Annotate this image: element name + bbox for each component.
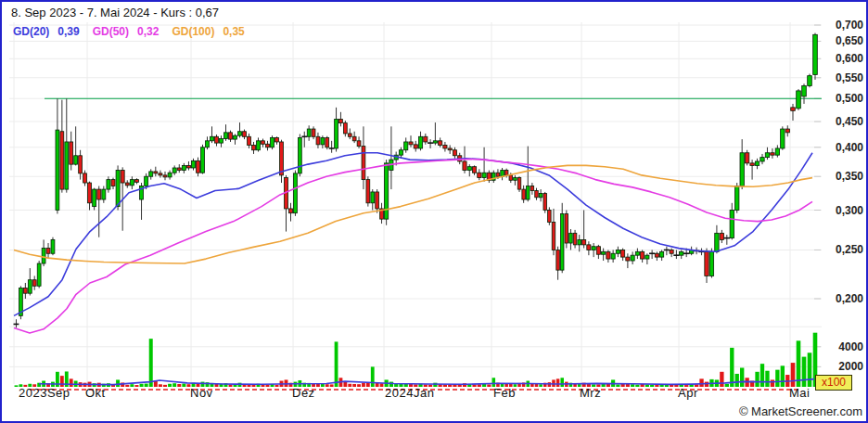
volume-bar [140,384,144,387]
volume-bar [130,384,134,387]
candle-body [750,163,754,166]
legend-item-gd100: GD(100) 0,35 [172,25,244,38]
volume-bar [134,385,138,387]
candle-body [527,186,530,199]
month-label: Okt [85,386,106,400]
legend-label: GD(20) [13,25,49,38]
candle-body [177,168,181,171]
candle-body [587,245,591,250]
candle-body [238,132,242,135]
month-label: Feb [493,386,516,400]
candle-body [424,136,428,142]
month-label: Apr [678,386,698,400]
volume-axis-label: 2000 [838,360,863,373]
candle-body [224,133,228,139]
candle-body [569,233,573,243]
chart-canvas[interactable] [2,2,866,421]
month-label: Mai [789,386,810,400]
volume-bar [149,339,153,387]
candle-body [116,171,120,207]
month-label: 2024Jan [385,386,434,400]
candle-body [509,175,513,180]
volume-bar [730,348,734,387]
candle-body [149,172,153,176]
candle-body [660,251,664,257]
candle-body [785,129,789,133]
candle-body [88,183,92,203]
legend-label: GD(100) [172,25,214,38]
volume-bar [535,384,539,387]
candle-body [102,189,106,199]
candle-body [797,91,801,109]
volume-bar [735,374,739,387]
candle-body [439,141,442,146]
candle-body [215,136,219,143]
volume-bar [362,383,365,387]
volume-bar [262,385,265,387]
candle-body [791,108,796,110]
price-axis-label: 0,500 [836,92,863,105]
volume-bar [740,367,744,387]
candle-body [539,193,542,197]
legend-value: 0,35 [223,25,244,38]
candle-body [243,132,247,137]
candle-body [641,251,645,259]
date-range-title: 8. Sep 2023 - 7. Mai 2024 - Kurs : 0,67 [11,6,219,19]
candle-body [271,137,274,147]
month-label: Mrz [580,386,601,400]
candle-body [735,186,739,211]
candle-body [443,145,447,148]
attribution: © MarketScreener.com [739,404,862,418]
candle-body [201,147,205,173]
candle-body [482,173,486,177]
volume-bars [15,333,818,387]
candle-body [46,249,50,254]
candle-body [257,141,261,150]
volume-bar [163,385,167,387]
candle-body [385,163,389,219]
candle-body [42,249,45,263]
candle-body [514,178,517,181]
volume-axis-label: 4000 [838,340,863,353]
candle-body [130,180,134,186]
candle-body [56,130,59,210]
volume-bar [725,384,729,387]
volume-bar [650,385,654,387]
candle-body [168,173,172,177]
candle-body [97,189,101,199]
volume-bar [275,385,279,387]
candlesticks [14,33,818,328]
ma-line-gd20 [14,153,812,316]
candle-body [371,192,375,203]
candle-body [335,119,338,148]
candle-body [740,153,744,186]
candle-body [543,193,547,210]
candle-body [186,165,190,168]
volume-bar [316,384,320,387]
candle-body [289,209,293,213]
volume-bar [159,384,162,387]
candle-body [172,168,176,173]
volume-bar [357,384,361,387]
price-axis-label: 0,550 [836,71,863,84]
candle-body [348,134,351,136]
candle-body [645,255,649,259]
candle-body [51,239,55,253]
candle-body [808,76,812,86]
candle-body [467,167,471,171]
candle-body [266,144,270,147]
price-axis-label: 0,650 [836,34,863,47]
legend-item-gd50: GD(50) 0,32 [93,25,160,38]
candle-body [709,251,713,276]
candle-body [220,139,223,144]
volume-bar [371,366,375,387]
candle-body [357,141,361,147]
candle-body [802,86,807,96]
candle-body [145,176,148,186]
candle-body [453,150,456,156]
candle-body [366,180,370,203]
volume-bar [177,384,181,387]
candle-body [565,213,568,243]
candle-body [376,192,379,209]
candle-body [705,251,708,276]
